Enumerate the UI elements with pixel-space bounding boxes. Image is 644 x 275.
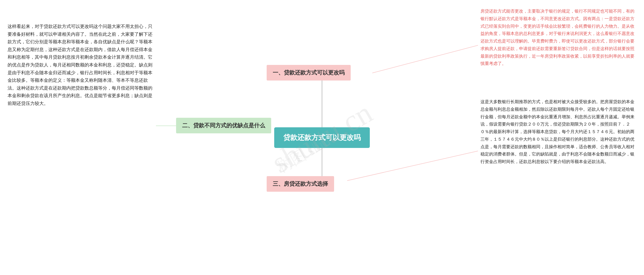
left-text-block: 这样看起来，对于贷款还款方式可以更改吗这个问题大家不用太担心，只要准备好材料，就…: [8, 23, 153, 107]
center-node: 贷款还款方式可以更改吗: [274, 127, 370, 148]
right-bottom-text-block: 这是大多数银行长期推荐的方式，也是相对被大众接受较多的。把房屋贷款的本金总金额与…: [480, 98, 636, 166]
branch-node-middle: 二、贷款不同方式的优缺点是什么: [176, 118, 271, 133]
svg-line-4: [347, 151, 478, 181]
branch-node-bottom: 三、房贷还款方式选择: [267, 176, 334, 192]
svg-line-3: [372, 45, 478, 73]
right-top-text-block: 房贷还款方式能否更改，主要取决于银行的规定，银行不同规定也可能不同，有的银行默认…: [480, 8, 636, 67]
branch-node-top: 一、贷款还款方式可以更改吗: [267, 65, 351, 81]
